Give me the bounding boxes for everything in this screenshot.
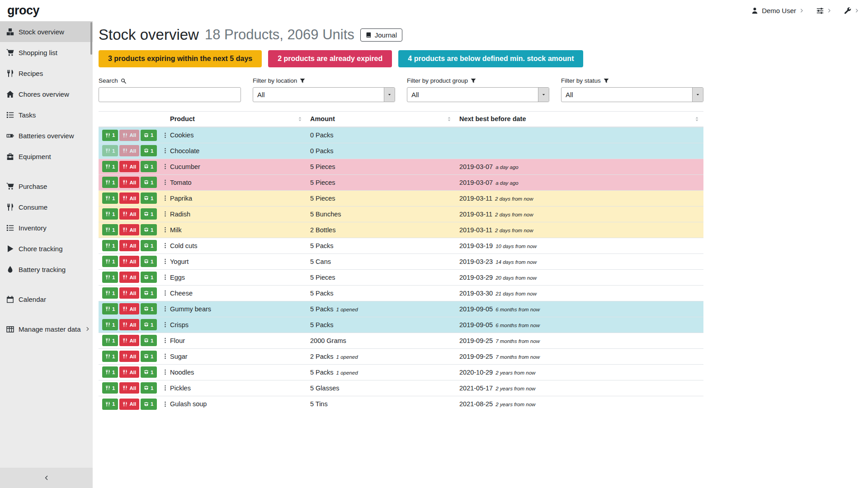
consume-one-button[interactable]: 1 (102, 287, 118, 299)
open-one-button[interactable]: 1 (141, 351, 156, 362)
consume-one-button[interactable]: 1 (102, 335, 118, 346)
sidebar-item-manage-master-data[interactable]: Manage master data (0, 319, 93, 339)
consume-all-button[interactable]: All (119, 351, 139, 362)
consume-one-button[interactable]: 1 (102, 399, 118, 410)
sidebar-item-batteries-overview[interactable]: Batteries overview (0, 125, 93, 146)
sidebar-item-equipment[interactable]: Equipment (0, 146, 93, 167)
consume-all-button[interactable]: All (119, 399, 139, 410)
consume-one-button[interactable]: 1 (102, 366, 118, 378)
consume-all-button[interactable]: All (119, 177, 139, 188)
row-menu-button[interactable] (160, 400, 170, 408)
consume-all-button[interactable]: All (119, 272, 139, 283)
open-one-button[interactable]: 1 (141, 130, 156, 141)
status-filter-select[interactable]: All (561, 87, 703, 102)
consume-one-button[interactable]: 1 (102, 192, 118, 204)
row-menu-button[interactable] (160, 336, 170, 345)
open-one-button[interactable]: 1 (141, 161, 156, 172)
row-menu-button[interactable] (160, 241, 170, 250)
row-menu-button[interactable] (160, 289, 170, 297)
open-one-button[interactable]: 1 (141, 303, 156, 314)
consume-one-button[interactable]: 1 (102, 240, 118, 251)
sidebar-item-consume[interactable]: Consume (0, 197, 93, 217)
sort-icon[interactable] (694, 116, 700, 122)
open-one-button[interactable]: 1 (141, 382, 156, 394)
consume-all-button[interactable]: All (119, 240, 139, 251)
row-menu-button[interactable] (160, 225, 170, 234)
row-menu-button[interactable] (160, 384, 170, 392)
open-one-button[interactable]: 1 (141, 240, 156, 251)
sidebar-collapse-button[interactable] (0, 468, 93, 488)
consume-one-button[interactable]: 1 (102, 130, 118, 141)
consume-one-button[interactable]: 1 (102, 351, 118, 362)
consume-all-button[interactable]: All (119, 192, 139, 204)
open-one-button[interactable]: 1 (141, 145, 156, 156)
open-one-button[interactable]: 1 (141, 272, 156, 283)
location-filter-select[interactable]: All (253, 87, 395, 102)
row-menu-button[interactable] (160, 320, 170, 329)
row-menu-button[interactable] (160, 257, 170, 266)
consume-all-button[interactable]: All (119, 224, 139, 235)
sidebar-item-inventory[interactable]: Inventory (0, 217, 93, 238)
consume-one-button[interactable]: 1 (102, 161, 118, 172)
sidebar-item-stock-overview[interactable]: Stock overview (0, 21, 93, 42)
open-one-button[interactable]: 1 (141, 399, 156, 410)
consume-all-button[interactable]: All (119, 366, 139, 378)
open-one-button[interactable]: 1 (141, 208, 156, 220)
consume-all-button[interactable]: All (119, 319, 139, 330)
open-one-button[interactable]: 1 (141, 224, 156, 235)
consume-one-button[interactable]: 1 (102, 177, 118, 188)
sidebar-item-calendar[interactable]: Calendar (0, 289, 93, 310)
open-one-button[interactable]: 1 (141, 366, 156, 378)
open-one-button[interactable]: 1 (141, 192, 156, 204)
consume-all-button[interactable]: All (119, 303, 139, 314)
alert-info[interactable]: 4 products are below defined min. stock … (398, 50, 583, 67)
alert-danger[interactable]: 2 products are already expired (268, 50, 392, 67)
row-menu-button[interactable] (160, 305, 170, 313)
open-one-button[interactable]: 1 (141, 335, 156, 346)
open-one-button[interactable]: 1 (141, 319, 156, 330)
consume-one-button[interactable]: 1 (102, 382, 118, 394)
consume-one-button[interactable]: 1 (102, 303, 118, 314)
product-group-filter-select[interactable]: All (407, 87, 549, 102)
user-menu[interactable]: Demo User (751, 7, 804, 14)
journal-button[interactable]: Journal (360, 28, 402, 42)
consume-all-button[interactable]: All (119, 287, 139, 299)
sidebar-item-purchase[interactable]: Purchase (0, 176, 93, 197)
search-input[interactable] (99, 87, 241, 102)
row-menu-button[interactable] (160, 368, 170, 376)
sidebar-item-chores-overview[interactable]: Chores overview (0, 84, 93, 104)
app-logo[interactable]: grocy (7, 4, 39, 18)
sidebar-item-tasks[interactable]: Tasks (0, 104, 93, 125)
consume-all-button[interactable]: All (119, 335, 139, 346)
row-menu-button[interactable] (160, 210, 170, 218)
consume-one-button[interactable]: 1 (102, 256, 118, 267)
row-menu-button[interactable] (160, 273, 170, 282)
sidebar-item-battery-tracking[interactable]: Battery tracking (0, 259, 93, 280)
sidebar-item-recipes[interactable]: Recipes (0, 63, 93, 84)
quick-settings-menu[interactable] (816, 7, 831, 14)
consume-one-button[interactable]: 1 (102, 224, 118, 235)
admin-menu[interactable] (844, 7, 859, 14)
sidebar-item-chore-tracking[interactable]: Chore tracking (0, 238, 93, 259)
row-menu-button[interactable] (160, 352, 170, 361)
consume-all-button[interactable]: All (119, 161, 139, 172)
open-one-button[interactable]: 1 (141, 256, 156, 267)
row-menu-button[interactable] (160, 194, 170, 202)
sort-icon[interactable] (446, 116, 452, 122)
sidebar-item-shopping-list[interactable]: Shopping list (0, 42, 93, 63)
row-menu-button[interactable] (160, 178, 170, 187)
row-menu-button[interactable] (160, 162, 170, 171)
open-one-button[interactable]: 1 (141, 287, 156, 299)
consume-all-button[interactable]: All (119, 208, 139, 220)
open-one-button[interactable]: 1 (141, 177, 156, 188)
consume-one-button[interactable]: 1 (102, 208, 118, 220)
consume-all-button[interactable]: All (119, 256, 139, 267)
consume-all-button[interactable]: All (119, 382, 139, 394)
sort-icon[interactable] (297, 116, 303, 122)
alert-warning[interactable]: 3 products expiring within the next 5 da… (99, 50, 262, 67)
consume-one-button[interactable]: 1 (102, 319, 118, 330)
consume-one-button[interactable]: 1 (102, 272, 118, 283)
row-menu-button[interactable] (160, 146, 170, 155)
row-menu-button[interactable] (160, 131, 170, 140)
sidebar-scrollbar[interactable] (90, 22, 92, 55)
